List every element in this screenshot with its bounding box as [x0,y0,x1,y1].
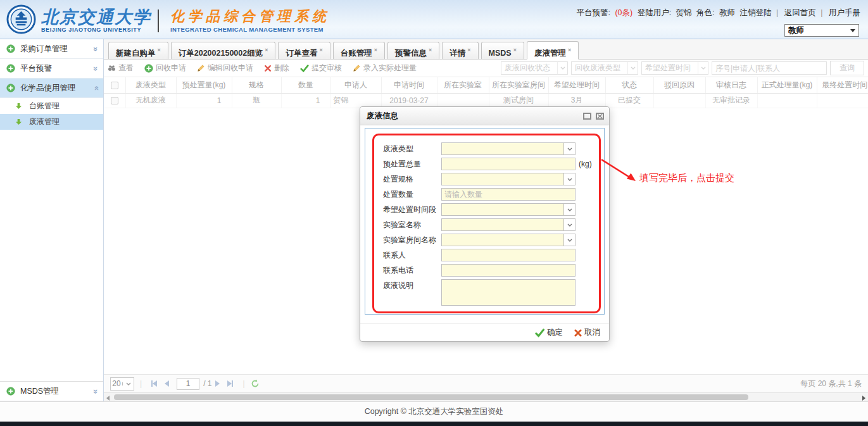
field-control [441,188,576,201]
home-link[interactable]: 返回首页 [784,8,816,17]
table-row[interactable]: 无机废液1瓶1贺锦2019-03-27测试房间3月已提交无审批记录 [104,93,868,108]
sidebar-item[interactable]: MSDS管理» [0,382,103,401]
tab-label: MSDS [489,49,512,58]
toolbar-button[interactable]: 提交审核 [300,63,342,73]
field-select-value [442,173,563,185]
field-select[interactable] [441,142,576,155]
down-arrow-icon [15,118,25,125]
tab-label: 新建自购单 [116,49,156,58]
column-header: 正式处理量(kg) [757,77,817,93]
table-cell: 1 [281,93,330,108]
sidebar-item[interactable]: 采购订单管理» [0,39,103,59]
toolbar-button-label: 删除 [274,63,289,73]
search-input[interactable] [712,61,827,75]
waste-liquid-table: 废液类型预处置量(kg)规格数量申请人申请时间所在实验室所在实验室房间希望处理时… [104,77,868,108]
scroll-right-icon[interactable] [862,396,865,401]
toolbar-button[interactable]: 删除 [264,63,289,73]
field-input[interactable] [441,264,576,277]
tab-close-icon[interactable]: × [568,47,571,53]
tab-close-icon[interactable]: × [319,47,322,53]
field-control [441,279,576,308]
chevron-down-icon [563,234,575,246]
query-button[interactable]: 查询 [830,61,864,75]
field-textarea[interactable] [441,279,576,306]
table-cell [757,93,817,108]
tab[interactable]: 预警信息× [387,42,439,59]
chevron-down-icon [698,62,708,74]
first-page-button[interactable] [151,380,157,387]
sidebar-item[interactable]: 平台预警» [0,59,103,78]
filter-dropdown[interactable]: 废液回收状态 [501,61,568,75]
toolbar-button[interactable]: 编辑回收申请 [197,63,253,73]
scroll-left-icon[interactable] [106,396,110,401]
filter-dropdowns: 废液回收状态回收废液类型希望处置时间 [501,61,708,75]
chevron-down-icon [563,204,575,215]
table-cell [437,93,489,108]
last-page-button[interactable] [227,380,233,387]
dialog-titlebar: 废液信息 [360,107,609,125]
chevron-down-icon [563,173,575,185]
filter-dropdown[interactable]: 回收废液类型 [571,61,638,75]
tab[interactable]: MSDS× [481,42,524,59]
field-select[interactable] [441,203,576,216]
field-input[interactable] [441,188,576,201]
manual-link[interactable]: 用户手册 [829,8,860,17]
field-select-value [442,204,563,215]
toolbar-button-label: 查看 [118,63,134,73]
row-checkbox[interactable] [111,97,118,104]
table-cell: 测试房间 [489,93,548,108]
tab[interactable]: 订单202002150002细览× [171,42,276,59]
confirm-button[interactable]: 确定 [535,327,563,338]
toolbar-button[interactable]: 查看 [108,63,134,73]
tab-close-icon[interactable]: × [429,47,432,53]
prev-page-button[interactable] [165,380,169,387]
filter-label: 废液回收状态 [501,63,557,73]
filter-dropdown[interactable]: 希望处置时间 [641,61,708,75]
toolbar: 查看回收申请编辑回收申请删除提交审核录入实际处理量 废液回收状态回收废液类型希望… [104,60,868,77]
select-all-checkbox[interactable] [111,82,118,89]
field-select[interactable] [441,234,576,246]
sidebar: 采购订单管理»平台预警»化学品使用管理»台账管理废液管理 MSDS管理» [0,39,104,401]
tab[interactable]: 台账管理× [333,42,385,59]
tab-close-icon[interactable]: × [374,47,377,53]
cancel-button-label: 取消 [584,327,600,338]
next-page-button[interactable] [215,380,220,387]
maximize-icon[interactable] [583,113,591,120]
tab[interactable]: 详情× [442,42,478,59]
tab-close-icon[interactable]: × [265,47,268,53]
page-number-input[interactable] [177,378,199,390]
field-input[interactable] [441,158,576,170]
column-header: 预处置量(kg) [176,77,232,93]
field-select[interactable] [441,218,576,231]
role-select-dropdown[interactable]: 教师 [784,24,859,37]
tab-close-icon[interactable]: × [467,47,470,53]
sidebar-item-label: 废液管理 [29,116,98,127]
field-select[interactable] [441,173,576,185]
sidebar-item[interactable]: 化学品使用管理» [0,78,103,98]
login-user-value: 贺锦 [676,8,692,17]
tab-close-icon[interactable]: × [158,47,161,53]
toolbar-button[interactable]: 录入实际处理量 [353,63,417,73]
pagination-summary: 每页 20 条,共 1 条 [800,379,862,389]
sidebar-item[interactable]: 台账管理 [0,98,103,114]
cancel-button[interactable]: 取消 [574,327,600,338]
field-label: 处置规格 [383,173,441,185]
form-row: 废液类型 [383,142,598,158]
platform-alert-count[interactable]: (0条) [615,8,632,17]
field-input[interactable] [441,249,576,261]
toolbar-button[interactable]: 回收申请 [144,63,186,73]
tab-close-icon[interactable]: × [513,47,517,53]
tab[interactable]: 订单查看× [278,42,330,59]
refresh-icon[interactable] [251,379,260,388]
toolbar-button-label: 录入实际处理量 [363,63,417,73]
sidebar-item-label: 平台预警 [20,63,94,74]
close-icon[interactable] [596,113,604,120]
logout-link[interactable]: 注销登陆 [740,8,772,17]
page-size-select[interactable]: 20 [110,377,134,391]
link-separator: | [776,8,778,17]
horizontal-scrollbar[interactable] [104,392,868,401]
tab[interactable]: 废液管理× [527,41,579,60]
tab[interactable]: 新建自购单× [108,42,168,59]
sidebar-item[interactable]: 废液管理 [0,114,103,130]
scrollbar-thumb[interactable] [114,394,748,400]
